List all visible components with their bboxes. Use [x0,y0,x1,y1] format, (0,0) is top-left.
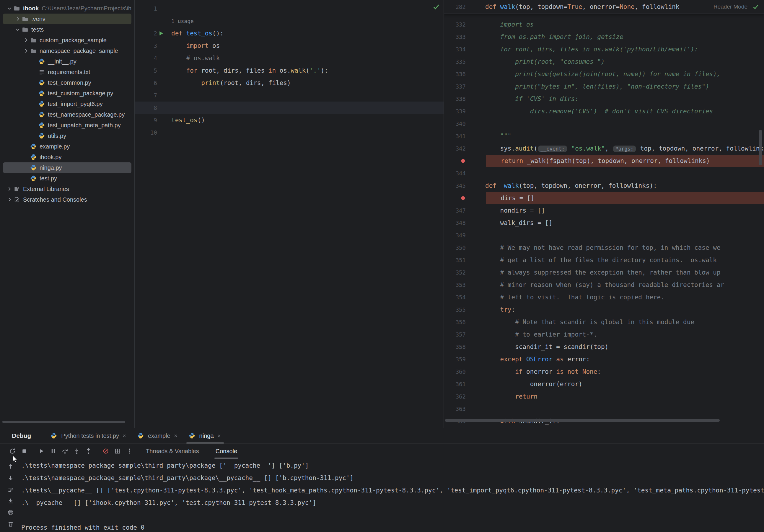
tree-item-external-libraries[interactable]: External Libraries [3,184,131,194]
tree-item-test-import-pyqt6-py[interactable]: test_import_pyqt6.py [3,98,131,109]
code-line-352[interactable]: 352 # always suppressed the exception th… [444,266,764,279]
code-line-5[interactable]: 5 for root, dirs, files in os.walk('.'): [135,64,444,77]
tree-item-requirements-txt[interactable]: requirements.txt [3,67,131,77]
sticky-header-line[interactable]: 282 def walk(top, topdown=True, onerror=… [444,0,764,14]
code-line-362[interactable]: 362 return [444,390,764,403]
code-line-350[interactable]: 350 # We may not have read permission fo… [444,242,764,254]
soft-wrap-icon[interactable] [7,486,14,493]
code-line-342[interactable]: 342 sys.audit(__event: "os.walk", *args:… [444,142,764,155]
tree-item-test-custom-package-py[interactable]: test_custom_package.py [3,88,131,98]
reader-mode-label[interactable]: Reader Mode [713,4,747,10]
editor-left[interactable]: 11 usage2def test_os():3 import os4 # os… [135,0,444,428]
debug-tab-python-tests[interactable]: Python tests in test.py [45,428,132,443]
code-line-348[interactable]: 348 walk_dirs = [] [444,217,764,229]
chevron-right-icon[interactable] [5,197,14,203]
stop-icon[interactable] [19,446,30,456]
tab-console[interactable]: Console [214,444,238,458]
usages-inlay-hint[interactable]: 1 usage [171,18,194,24]
view-breakpoints-icon[interactable] [112,446,123,456]
code-line-1[interactable]: 1 [135,2,444,15]
code-line-3[interactable]: 3 import os [135,40,444,52]
tree-item-scratches-and-consoles[interactable]: Scratches and Consoles [3,194,131,205]
code-line-361[interactable]: 361 onerror(error) [444,378,764,390]
code-line-336[interactable]: 336 print(sum(getsize(join(root, name)) … [444,68,764,80]
code-line-4[interactable]: 4 # os.walk [135,52,444,64]
code-line-332[interactable]: 332 import os [444,18,764,31]
code-line-335[interactable]: 335 print(root, "consumes ") [444,56,764,68]
chevron-down-icon[interactable] [14,27,22,33]
code-line-339[interactable]: 339 dirs.remove('CVS') # don't visit CVS… [444,105,764,117]
debug-tab-example[interactable]: example [132,428,183,443]
code-line-338[interactable]: 338 if 'CVS' in dirs: [444,93,764,105]
code-line-358[interactable]: 358 scandir_it = scandir(top) [444,341,764,353]
code-line-355[interactable]: 355 try: [444,303,764,316]
code-line-10[interactable]: 10 [135,126,444,139]
code-line-351[interactable]: 351 # get a list of the files the direct… [444,254,764,266]
tree-item-test-namespace-package-py[interactable]: test_namespace_package.py [3,109,131,120]
code-line-8[interactable]: 8 [135,101,444,114]
code-line-2[interactable]: 2def test_os(): [135,27,444,40]
chevron-right-icon[interactable] [5,186,14,192]
editor-horizontal-scrollbar[interactable] [445,419,720,422]
down-icon[interactable] [7,474,14,481]
run-test-icon[interactable] [157,27,171,40]
close-icon[interactable] [122,434,127,438]
tree-item--venv[interactable]: .venv [3,14,131,24]
code-line-337[interactable]: 337 print("bytes in", len(files), "non-d… [444,80,764,93]
tree-item-ihook-py[interactable]: ihook.py [3,152,131,162]
step-into-icon[interactable] [72,446,82,456]
tree-item-test-common-py[interactable]: test_common.py [3,77,131,88]
breakpoint-icon[interactable] [444,192,466,204]
pause-icon[interactable] [48,446,59,456]
chevron-right-icon[interactable] [22,37,30,43]
code-line-345[interactable]: 345def _walk(top, topdown, onerror, foll… [444,180,764,192]
code-line-343[interactable]: return _walk(fspath(top), topdown, onerr… [444,155,764,167]
console-output[interactable]: .\tests\namespace_package_sample\third_p… [21,458,764,532]
tree-item-example-py[interactable]: example.py [3,141,131,152]
code-line-356[interactable]: 356 # Note that scandir is global in thi… [444,316,764,328]
code-line-353[interactable]: 353 # minor reason when (say) a thousand… [444,279,764,291]
debug-tab-ninga[interactable]: ninga [183,428,227,443]
inspections-ok-icon[interactable] [752,3,759,10]
resume-icon[interactable] [36,446,47,456]
close-icon[interactable] [173,434,178,438]
tree-item-test-py[interactable]: test.py [3,173,131,184]
code-line-346[interactable]: dirs = [] [444,192,764,204]
tree-item-ninga-py[interactable]: ninga.py [3,162,131,173]
close-icon[interactable] [217,434,222,438]
inspections-ok-icon[interactable] [432,3,440,11]
more-icon[interactable] [124,446,135,456]
tab-threads-variables[interactable]: Threads & Variables [145,444,200,458]
code-line-6[interactable]: 6 print(root, dirs, files) [135,77,444,89]
code-line-340[interactable]: 340 [444,117,764,130]
code-line-347[interactable]: 347 nondirs = [] [444,204,764,217]
tree-item-namespace-package-sample[interactable]: namespace_package_sample [3,46,131,56]
code-line-344[interactable]: 344 [444,167,764,180]
chevron-right-icon[interactable] [14,16,22,22]
code-line-354[interactable]: 354 # left to visit. That logic is copie… [444,291,764,303]
tree-item--init-py[interactable]: __init__.py [3,56,131,67]
code-line-9[interactable]: 9test_os() [135,114,444,126]
step-out-icon[interactable] [83,446,94,456]
code-line-341[interactable]: 341 """ [444,130,764,142]
code-line-359[interactable]: 359 except OSError as error: [444,353,764,366]
tree-item-utils-py[interactable]: utils.py [3,130,131,141]
mute-breakpoints-icon[interactable] [100,446,111,456]
code-line-360[interactable]: 360 if onerror is not None: [444,366,764,378]
tree-item-tests[interactable]: tests [3,24,131,35]
tree-item-custom-package-sample[interactable]: custom_package_sample [3,35,131,46]
project-horizontal-scrollbar[interactable] [2,421,125,423]
editor-right[interactable]: 331332 import os333 from os.path import … [444,0,764,428]
clear-icon[interactable] [7,520,14,528]
scroll-end-icon[interactable] [7,497,14,504]
print-icon[interactable] [7,509,14,516]
tree-item-test-unpatch-meta-path-py[interactable]: test_unpatch_meta_path.py [3,120,131,130]
breakpoint-icon[interactable] [444,155,466,167]
code-line-inlay[interactable]: 1 usage [135,15,444,27]
code-line-357[interactable]: 357 # to earlier import-*. [444,328,764,341]
code-line-333[interactable]: 333 from os.path import join, getsize [444,31,764,43]
step-over-icon[interactable] [60,446,70,456]
chevron-right-icon[interactable] [22,48,30,54]
code-line-7[interactable]: 7 [135,89,444,101]
chevron-down-icon[interactable] [5,5,14,11]
